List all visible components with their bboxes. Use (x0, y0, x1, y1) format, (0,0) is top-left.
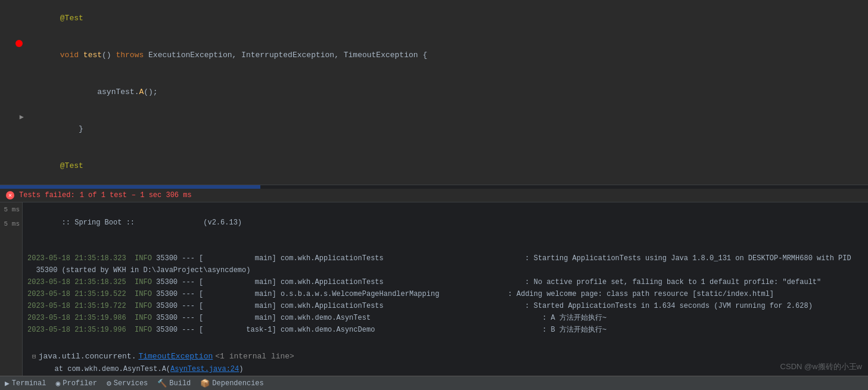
gutter-arrow: ▶ (20, 113, 24, 121)
console-area[interactable]: :: Spring Boot :: (v2.6.13) 2023-05-18 2… (23, 202, 868, 376)
code-line-5: @Test (0, 148, 868, 185)
dependencies-label: Dependencies (212, 379, 263, 388)
build-label: Build (169, 379, 191, 388)
test-timing: – 1 sec 306 ms (132, 191, 192, 199)
annotation-2: @Test (60, 161, 83, 170)
time-label-1: 5 ms (0, 202, 22, 217)
terminal-label: Terminal (12, 379, 46, 388)
profiler-icon: ◉ (55, 379, 60, 388)
bottom-toolbar: ▶ Terminal ◉ Profiler ⚙ Services 🔨 Build… (0, 376, 868, 390)
line-number-2 (0, 38, 30, 49)
stack-frame-1: at com.wkh.demo.AsynTest.A(AsynTest.java… (32, 363, 858, 375)
keyword-void: void (60, 51, 83, 60)
stack-link-1[interactable]: AsynTest.java:24 (170, 365, 239, 373)
code-line-1: @Test (0, 0, 868, 37)
log-entry-2: 2023-05-18 21:35:18.325 INFO 35300 --- [… (27, 276, 863, 288)
test-panel: ✕ Tests failed: 1 of 1 test – 1 sec 306 … (0, 189, 868, 376)
line-content-5: @Test (30, 148, 868, 184)
code-editor: @Test void test() throws ExecutionExcept… (0, 0, 868, 185)
log-entry-1: 2023-05-18 21:35:18.323 INFO 35300 --- [… (27, 252, 863, 264)
test-fail-label: Tests failed: (19, 191, 75, 199)
exception-internal: <1 internal line> (215, 350, 294, 363)
spring-boot-line: :: Spring Boot :: (v2.6.13) (27, 205, 863, 241)
services-icon: ⚙ (107, 379, 111, 388)
test-fail-icon: ✕ (6, 191, 14, 199)
exception-3: TimeoutException (344, 51, 418, 60)
toolbar-profiler[interactable]: ◉ Profiler (55, 379, 97, 388)
expand-icon[interactable]: ⊟ (32, 350, 36, 363)
exception-prefix: java.util.concurrent. (39, 350, 136, 363)
code-line-3: asynTest.A(); (0, 74, 868, 111)
log-blank-2 (27, 336, 863, 348)
line-content-2: void test() throws ExecutionException, I… (30, 38, 868, 73)
log-entry-1b: 35300 (started by WKH in D:\JavaProject\… (27, 264, 863, 276)
keyword-throws: throws (116, 51, 148, 60)
terminal-icon: ▶ (5, 379, 10, 388)
line-content-1: @Test (30, 1, 868, 36)
log-entry-4: 2023-05-18 21:35:19.722 INFO 35300 --- [… (27, 300, 863, 312)
test-header: ✕ Tests failed: 1 of 1 test – 1 sec 306 … (0, 189, 868, 202)
toolbar-terminal[interactable]: ▶ Terminal (5, 379, 46, 388)
code-line-4: ▶ } (0, 111, 868, 148)
exception-2: InterruptedException (241, 51, 334, 60)
log-entry-3: 2023-05-18 21:35:19.522 INFO 35300 --- [… (27, 288, 863, 300)
toolbar-dependencies[interactable]: 📦 Dependencies (200, 379, 263, 388)
stack-trace-area: ⊟ java.util.concurrent.TimeoutException … (27, 348, 863, 376)
exception-class-link[interactable]: TimeoutException (138, 350, 213, 363)
toolbar-services[interactable]: ⚙ Services (107, 379, 148, 388)
log-blank (27, 241, 863, 252)
code-line-2: void test() throws ExecutionException, I… (0, 37, 868, 74)
content-area: 5 ms 5 ms :: Spring Boot :: (v2.6.13) 20… (0, 202, 868, 376)
log-entry-6: 2023-05-18 21:35:19.996 INFO 35300 --- [… (27, 324, 863, 336)
build-icon: 🔨 (157, 379, 167, 388)
test-fail-detail: 1 of 1 test (80, 191, 127, 199)
watermark: CSDN @w搬砖的小王w (780, 361, 862, 372)
line-number-4: ▶ (0, 111, 30, 123)
annotation-1: @Test (60, 14, 83, 23)
parens: () (102, 51, 116, 60)
time-labels: 5 ms 5 ms (0, 202, 23, 376)
exception-header: ⊟ java.util.concurrent.TimeoutException … (32, 350, 858, 363)
method-name: test (83, 51, 102, 60)
line-content-3: asynTest.A(); (30, 74, 868, 110)
toolbar-build[interactable]: 🔨 Build (157, 379, 191, 388)
time-label-2: 5 ms (0, 217, 22, 231)
breakpoint-icon (15, 40, 23, 47)
dependencies-icon: 📦 (200, 379, 210, 388)
exception-1: ExecutionException (148, 51, 232, 60)
services-label: Services (114, 379, 148, 388)
log-entry-5: 2023-05-18 21:35:19.986 INFO 35300 --- [… (27, 312, 863, 324)
line-content-4: } (30, 111, 868, 147)
profiler-label: Profiler (63, 379, 97, 388)
